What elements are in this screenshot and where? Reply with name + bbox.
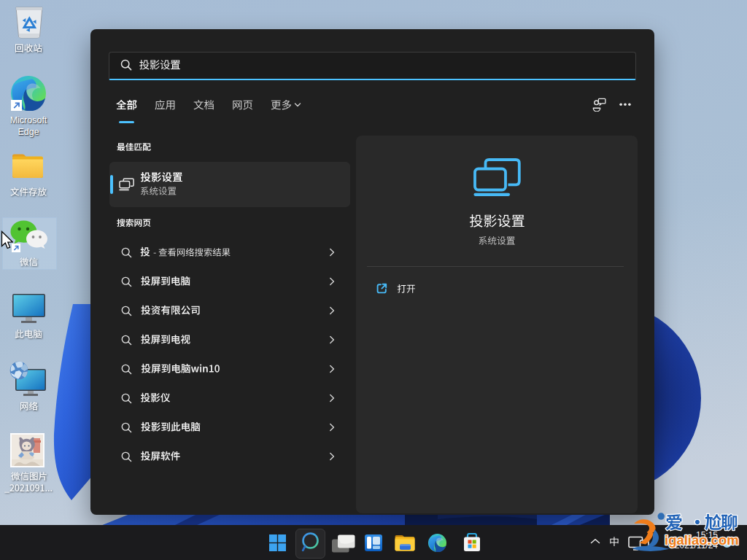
- svg-text:igaliao.com: igaliao.com: [665, 532, 739, 548]
